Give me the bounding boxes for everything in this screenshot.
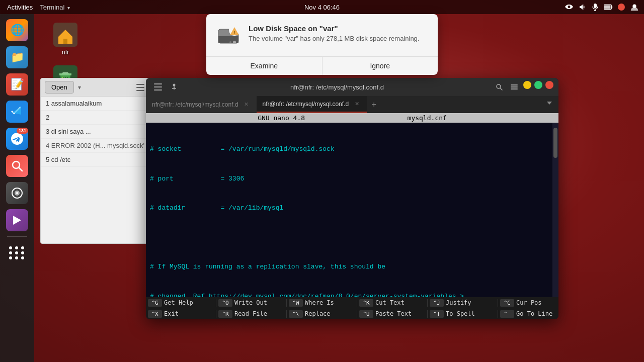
- nano-cmd-get-help[interactable]: ^G Get Help: [146, 299, 216, 307]
- svg-line-6: [19, 168, 23, 171]
- notification-buttons: Examine Ignore: [206, 56, 438, 75]
- terminal-hamburger-icon[interactable]: [508, 81, 520, 93]
- terminal-tabs: nfr@nfr: /etc/mysql/mysql.conf.d ✕ nfr@n…: [146, 96, 558, 113]
- nano-cmd-read-file[interactable]: ^R Read File: [216, 310, 287, 318]
- notification-description: The volume "var" has only 278,1 MB disk …: [249, 35, 428, 42]
- terminal-tab-1[interactable]: nfr@nfr: /etc/mysql/mysql.conf.d ✕: [146, 96, 257, 113]
- nano-commands-row-2: ^X Exit ^R Read File ^\ Replace ^U Paste…: [146, 308, 558, 319]
- terminal-scrollbar[interactable]: [552, 123, 558, 297]
- svg-rect-23: [136, 90, 144, 91]
- mic-icon[interactable]: [591, 3, 600, 12]
- activities-button[interactable]: Activities: [5, 4, 35, 11]
- terminal-tab-2[interactable]: nfr@nfr: /etc/mysql/mysql.conf.d ✕: [257, 96, 367, 113]
- network-icon: [565, 3, 574, 12]
- history-item-2[interactable]: 2: [41, 111, 150, 125]
- svg-rect-0: [594, 4, 597, 8]
- dock-item-text-editor[interactable]: 📝: [5, 72, 29, 97]
- terminal-maximize-button[interactable]: □: [534, 81, 542, 89]
- terminal-tab-2-close[interactable]: ✕: [353, 100, 361, 108]
- code-line-1: # socket = /var/run/mysqld/mysqld.sock: [150, 144, 554, 154]
- terminal-pin-icon[interactable]: [167, 80, 181, 94]
- nano-cmd-to-spell[interactable]: ^T To Spell: [428, 310, 498, 318]
- topbar-right: [565, 3, 639, 12]
- svg-point-18: [229, 41, 231, 43]
- svg-point-9: [16, 192, 18, 194]
- scrollbar-thumb: [553, 128, 557, 158]
- dock-item-files[interactable]: 📁: [5, 45, 29, 69]
- history-item-5[interactable]: 5 cd /etc: [41, 153, 150, 167]
- svg-rect-22: [136, 87, 144, 88]
- power-indicator[interactable]: [617, 3, 626, 12]
- open-dropdown-icon[interactable]: ▾: [78, 84, 81, 91]
- svg-line-31: [501, 88, 503, 90]
- svg-rect-33: [511, 86, 518, 87]
- telegram-badge: 131: [17, 128, 28, 134]
- svg-rect-21: [136, 84, 144, 85]
- svg-rect-34: [511, 88, 518, 89]
- dock-item-media[interactable]: [5, 208, 29, 232]
- terminal-window-controls: — □ ✕: [493, 81, 553, 93]
- terminal-window: nfr@nfr: /etc/mysql/mysql.conf.d —: [146, 78, 558, 319]
- notification-title: Low Disk Space on "var": [249, 24, 428, 33]
- nano-cmd-write-out[interactable]: ^O Write Out: [216, 299, 287, 307]
- svg-point-27: [173, 84, 176, 86]
- nano-titlebar: GNU nano 4.8 mysqld.cnf: [146, 113, 558, 123]
- nano-cmd-go-to-line[interactable]: ^_ Go To Line: [498, 310, 558, 318]
- dock-separator: [7, 236, 27, 237]
- terminal-tabs-spacer: [381, 96, 540, 113]
- code-line-3: # datadir = /var/lib/mysql: [150, 203, 554, 213]
- ignore-button[interactable]: Ignore: [323, 57, 438, 75]
- terminal-tab-2-label: nfr@nfr: /etc/mysql/mysql.conf.d: [263, 101, 349, 108]
- desktop-icon-nfr[interactable]: nfr: [45, 23, 86, 56]
- nano-cmd-justify[interactable]: ^J Justify: [428, 299, 498, 307]
- topbar-datetime: Nov 4 06:46: [304, 4, 340, 11]
- svg-rect-32: [511, 84, 518, 85]
- terminal-menu-icon[interactable]: [151, 80, 165, 94]
- terminal-history-panel: Open ▾ 1 assalamualaikum 2 3 di sini say…: [40, 78, 151, 244]
- disk-warning-icon: !: [216, 24, 240, 48]
- nano-cmd-replace[interactable]: ^\ Replace: [287, 310, 357, 318]
- nano-cmd-exit[interactable]: ^X Exit: [146, 310, 216, 318]
- terminal-close-button[interactable]: ✕: [545, 81, 553, 89]
- svg-rect-11: [63, 39, 67, 44]
- user-icon[interactable]: [630, 3, 639, 12]
- panel-menu-icon[interactable]: [134, 81, 146, 94]
- terminal-tab-dropdown[interactable]: [542, 96, 556, 110]
- history-item-4[interactable]: 4 ERROR 2002 (H... mysqld.sock': [41, 139, 150, 153]
- volume-icon[interactable]: [578, 3, 587, 12]
- code-line-4: [150, 233, 554, 243]
- terminal-tab-1-close[interactable]: ✕: [243, 101, 251, 109]
- terminal-titlebar-left: [151, 80, 181, 94]
- dock-item-telegram[interactable]: 131: [5, 127, 29, 151]
- terminal-menu[interactable]: Terminal ▾: [40, 4, 70, 11]
- code-line-2: # port = 3306: [150, 174, 554, 184]
- code-line-5: # If MySQL is running as a replication s…: [150, 262, 554, 272]
- terminal-tab-add[interactable]: +: [367, 96, 381, 113]
- dock-item-search[interactable]: [5, 154, 29, 178]
- dock-item-webcam[interactable]: [5, 181, 29, 205]
- notification-dialog: ! Low Disk Space on "var" The volume "va…: [206, 14, 438, 75]
- nano-cmd-where-is[interactable]: ^W Where Is: [287, 299, 357, 307]
- terminal-titlebar: nfr@nfr: /etc/mysql/mysql.conf.d —: [146, 78, 558, 96]
- terminal-search-icon[interactable]: [493, 81, 505, 93]
- open-button[interactable]: Open: [45, 81, 74, 94]
- nano-cmd-cur-pos[interactable]: ^C Cur Pos: [498, 299, 558, 307]
- dock-item-firefox[interactable]: 🌐: [5, 18, 29, 42]
- nano-cmd-cut-text[interactable]: ^K Cut Text: [357, 299, 428, 307]
- dock-item-vscode[interactable]: [5, 100, 29, 124]
- desktop: Activities Terminal ▾ Nov 4 06:46: [0, 0, 644, 362]
- notification-text: Low Disk Space on "var" The volume "var"…: [249, 24, 428, 42]
- history-item-1[interactable]: 1 assalamualaikum: [41, 97, 150, 111]
- examine-button[interactable]: Examine: [206, 57, 323, 75]
- svg-text:!: !: [234, 30, 235, 35]
- terminal-content[interactable]: # socket = /var/run/mysqld/mysqld.sock #…: [146, 123, 558, 297]
- nfr-home-icon: [53, 23, 77, 47]
- topbar: Activities Terminal ▾ Nov 4 06:46: [0, 0, 644, 14]
- terminal-code: # socket = /var/run/mysqld/mysqld.sock #…: [146, 123, 558, 297]
- terminal-minimize-button[interactable]: —: [523, 81, 531, 89]
- nano-cmd-paste-text[interactable]: ^U Paste Text: [357, 310, 428, 318]
- dock-item-apps[interactable]: [5, 241, 29, 265]
- dock: 🌐 📁 📝: [0, 14, 34, 362]
- history-item-3[interactable]: 3 di sini saya ...: [41, 125, 150, 139]
- svg-point-3: [618, 4, 625, 11]
